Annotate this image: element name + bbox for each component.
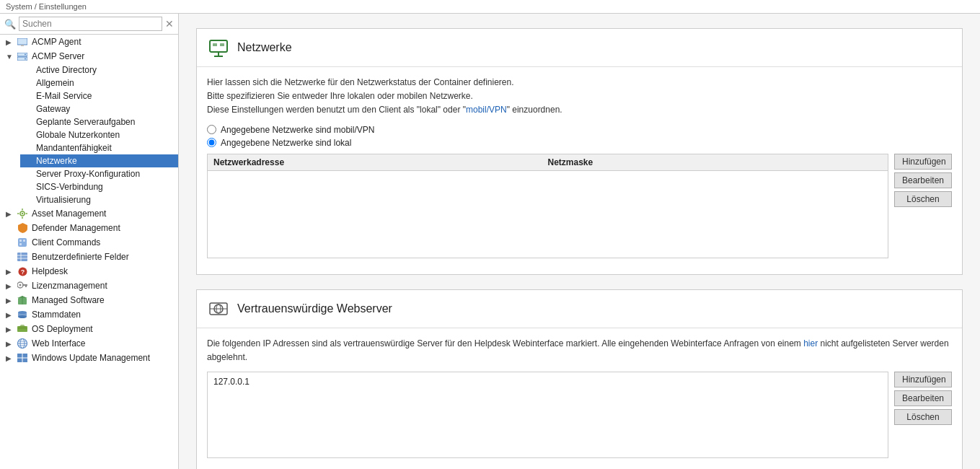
netzwerke-section: Netzwerke Hier lassen sich die Netzwerke… — [196, 28, 963, 275]
sidebar-label-allgemein: Allgemein — [36, 78, 175, 88]
sidebar-item-globale-nutzerkonten[interactable]: Globale Nutzerkonten — [20, 128, 178, 141]
windows-icon — [16, 352, 29, 364]
sidebar-label-mandantenfaehigkeit: Mandantenfähigkeit — [36, 143, 175, 153]
expand-arrow: ▶ — [6, 311, 16, 319]
webserver-add-button[interactable]: Hinzufügen — [894, 372, 952, 387]
netzwerke-delete-button[interactable]: Löschen — [894, 191, 952, 207]
sidebar-item-lizenzmanagement[interactable]: ▶ Lizenzmanagement — [0, 279, 178, 293]
sidebar-item-allgemein[interactable]: Allgemein — [20, 76, 178, 89]
sidebar-label-sics: SICS-Verbindung — [36, 182, 175, 192]
radio-mobil[interactable] — [207, 125, 216, 134]
sidebar-label-acmp-server: ACMP Server — [32, 51, 175, 61]
svg-rect-41 — [17, 359, 22, 363]
sidebar-item-server-proxy[interactable]: Server Proxy-Konfiguration — [20, 167, 178, 180]
sidebar-label-email-service: E-Mail Service — [36, 91, 175, 101]
expand-arrow: ▶ — [6, 210, 16, 218]
netzwerke-add-button[interactable]: Hinzufügen — [894, 154, 952, 170]
radio-lokal[interactable] — [207, 138, 216, 147]
sidebar-label-netzwerke: Netzwerke — [36, 156, 175, 166]
webserver-table-area: 127.0.0.1 Hinzufügen Bearbeiten Löschen — [207, 372, 952, 458]
db-icon — [16, 309, 29, 320]
webserver-icon — [207, 297, 230, 320]
sidebar-item-geplante-serveraufgaben[interactable]: Geplante Serveraufgaben — [20, 115, 178, 128]
sidebar-item-managed-software[interactable]: ▶ Managed Software — [0, 293, 178, 307]
sidebar-item-acmp-server[interactable]: ▼ ACMP Server — [0, 49, 178, 63]
sidebar-label-helpdesk: Helpdesk — [32, 266, 175, 276]
desc-blue-text: mobil/VPN — [466, 105, 507, 115]
svg-point-7 — [22, 213, 23, 214]
webserver-delete-button[interactable]: Löschen — [894, 409, 952, 425]
netzwerke-edit-button[interactable]: Bearbeiten — [894, 172, 952, 188]
ip-entry: 127.0.0.1 — [213, 377, 882, 387]
sidebar-item-gateway[interactable]: Gateway — [20, 102, 178, 115]
sidebar-item-windows-update[interactable]: ▶ Windows Update Management — [0, 351, 178, 365]
svg-rect-13 — [19, 240, 22, 242]
sidebar-tree: ▶ ACMP Agent ▼ ACMP Server — [0, 35, 178, 469]
sidebar-label-gateway: Gateway — [36, 104, 175, 114]
server-icon — [16, 51, 29, 62]
sidebar-item-netzwerke[interactable]: Netzwerke — [20, 154, 178, 167]
svg-rect-9 — [22, 217, 23, 219]
help-icon: ? — [16, 266, 29, 277]
svg-rect-24 — [22, 284, 27, 286]
netzwerke-title: Netzwerke — [237, 41, 292, 54]
webserver-title: Vertrauenswürdige Webserver — [237, 302, 392, 315]
monitor-icon — [16, 36, 29, 48]
svg-rect-42 — [23, 359, 28, 363]
sidebar-label-client-commands: Client Commands — [32, 237, 175, 247]
title-text: System / Einstellungen — [6, 2, 87, 11]
sidebar-item-sics[interactable]: SICS-Verbindung — [20, 180, 178, 193]
radio-lokal-label[interactable]: Angegebene Netzwerke sind lokal — [221, 138, 351, 148]
radio-mobil-label[interactable]: Angegebene Netzwerke sind mobil/VPN — [221, 125, 374, 135]
sidebar-item-client-commands[interactable]: Client Commands — [0, 235, 178, 250]
sidebar-item-defender-management[interactable]: Defender Management — [0, 221, 178, 235]
sidebar-label-acmp-agent: ACMP Agent — [32, 37, 175, 47]
gear-icon — [16, 208, 29, 219]
content-area: Netzwerke Hier lassen sich die Netzwerke… — [179, 14, 980, 469]
svg-rect-16 — [17, 253, 27, 261]
webserver-hier-link[interactable]: hier — [803, 338, 818, 349]
sidebar-item-acmp-agent[interactable]: ▶ ACMP Agent — [0, 35, 178, 49]
puzzle-icon — [16, 237, 29, 248]
netzwerke-description: Hier lassen sich die Netzwerke für den N… — [207, 76, 952, 118]
sidebar-item-benutzerdefinierte-felder[interactable]: Benutzerdefinierte Felder — [0, 250, 178, 264]
svg-rect-15 — [19, 243, 22, 245]
svg-point-31 — [18, 315, 27, 318]
sidebar-item-email-service[interactable]: E-Mail Service — [20, 89, 178, 102]
svg-rect-8 — [22, 209, 23, 211]
webserver-ip-list: 127.0.0.1 — [207, 372, 888, 458]
netzwerke-buttons: Hinzufügen Bearbeiten Löschen — [894, 154, 952, 258]
svg-rect-47 — [220, 43, 224, 46]
sidebar-item-mandantenfaehigkeit[interactable]: Mandantenfähigkeit — [20, 141, 178, 154]
webserver-section: Vertrauenswürdige Webserver Die folgende… — [196, 289, 963, 469]
sidebar-item-web-interface[interactable]: ▶ Web Interface — [0, 336, 178, 351]
clear-search-icon[interactable]: ✕ — [165, 18, 174, 30]
sidebar-label-stammdaten: Stammdaten — [32, 310, 175, 320]
web-icon — [16, 338, 29, 349]
col-netzwerkadresse: Netzwerkadresse — [213, 157, 548, 167]
svg-text:?: ? — [20, 268, 25, 276]
search-icon: 🔍 — [4, 19, 16, 30]
svg-rect-40 — [23, 354, 28, 358]
radio-row-1: Angegebene Netzwerke sind mobil/VPN — [207, 125, 952, 135]
svg-rect-11 — [26, 213, 28, 214]
search-input[interactable] — [19, 17, 162, 31]
radio-group: Angegebene Netzwerke sind mobil/VPN Ange… — [207, 125, 952, 148]
sidebar-item-helpdesk[interactable]: ▶ ? Helpdesk — [0, 264, 178, 279]
webserver-header: Vertrauenswürdige Webserver — [197, 290, 962, 328]
webserver-edit-button[interactable]: Bearbeiten — [894, 390, 952, 406]
svg-rect-10 — [17, 213, 19, 214]
expand-arrow: ▶ — [6, 354, 16, 362]
main-area: 🔍 ✕ ▶ ACMP Agent ▼ — [0, 14, 980, 469]
sidebar-label-os-deployment: OS Deployment — [32, 324, 175, 334]
sidebar-item-asset-management[interactable]: ▶ Asset Management — [0, 206, 178, 221]
sidebar-item-virtualisierung[interactable]: Virtualisierung — [20, 193, 178, 206]
search-box: 🔍 ✕ — [0, 14, 178, 35]
expand-arrow: ▶ — [6, 268, 16, 276]
sidebar-item-os-deployment[interactable]: ▶ OS Deployment — [0, 322, 178, 336]
sidebar-item-stammdaten[interactable]: ▶ Stammdaten — [0, 307, 178, 322]
sidebar-item-active-directory[interactable]: Active Directory — [20, 63, 178, 76]
netzwerke-table-area: Netzwerkadresse Netzmaske Hinzufügen Bea… — [207, 154, 952, 258]
app-container: System / Einstellungen 🔍 ✕ ▶ ACMP Agent — [0, 0, 980, 469]
sidebar-label-windows-update: Windows Update Management — [32, 353, 175, 363]
